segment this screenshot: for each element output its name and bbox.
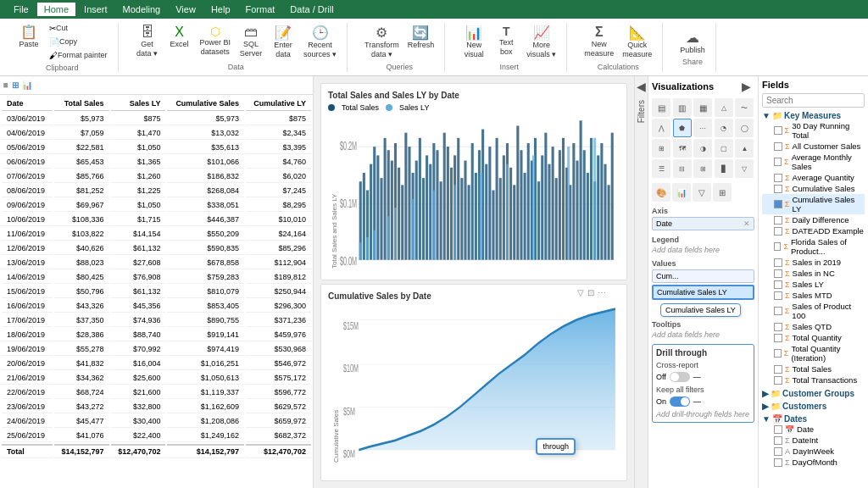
field-total-qty-iter[interactable]: Σ Total Quantity (Iteration) <box>762 343 865 363</box>
viz-icon-pie[interactable]: ◔ <box>715 119 733 137</box>
drill-add-label[interactable]: Add drill-through fields here <box>656 410 750 419</box>
cross-report-toggle[interactable] <box>670 372 690 382</box>
field-cumulative-sales-ly[interactable]: Σ Cumulative Sales LY <box>762 194 865 214</box>
viz-analytics-icon[interactable]: 📊 <box>672 183 691 202</box>
fields-search-input[interactable] <box>762 93 865 108</box>
viz-icon-stacked-bar[interactable]: ▥ <box>673 98 692 117</box>
values-field-1[interactable]: Cum... <box>652 269 754 283</box>
viz-icon-map[interactable]: 🗺 <box>673 139 692 158</box>
tab-home[interactable]: Home <box>37 3 75 16</box>
tab-data-drill[interactable]: Data / Drill <box>283 3 340 16</box>
viz-fields-icon[interactable]: ⊞ <box>713 183 732 202</box>
table-wrapper[interactable]: Date Total Sales Sales LY Cumulative Sal… <box>0 95 313 488</box>
more-visuals-button[interactable]: 📈 Morevisuals ▾ <box>523 23 559 61</box>
get-data-button[interactable]: 🗄 Getdata ▾ <box>132 23 163 61</box>
more-icon[interactable]: ⋯ <box>598 288 606 297</box>
ribbon-group-queries: ⚙ Transformdata ▾ 🔄 Refresh Queries <box>354 23 445 72</box>
field-checkbox <box>774 280 782 289</box>
field-dayofmonth[interactable]: Σ DayOfMonth <box>762 457 865 468</box>
tab-file[interactable]: File <box>7 3 36 16</box>
axis-remove-btn[interactable]: ✕ <box>743 219 750 228</box>
viz-icon-slicer[interactable]: ☰ <box>652 159 670 178</box>
chart1-container[interactable]: Total Sales and Sales LY by Date Total S… <box>320 83 627 280</box>
field-dayinweek[interactable]: A DayInWeek <box>762 446 865 457</box>
field-date[interactable]: 📅 Date <box>762 424 865 435</box>
table-row: 09/06/2019$69,967$1,050$338,051$8,295 <box>2 199 311 212</box>
viz-icon-matrix[interactable]: ⊞ <box>693 159 712 178</box>
viz-icon-donut[interactable]: ◯ <box>735 119 754 137</box>
viz-icon-bar[interactable]: ▤ <box>652 98 670 117</box>
publish-button[interactable]: ☁ Publish <box>676 28 709 57</box>
customer-groups-title[interactable]: ▶ 📁 Customer Groups <box>762 389 865 398</box>
viz-icon-line[interactable]: 〜 <box>735 98 754 117</box>
viz-paint-icon[interactable]: 🎨 <box>652 183 670 202</box>
cut-button[interactable]: ✂ Cut <box>46 22 111 35</box>
field-sales-nc[interactable]: Σ Sales in NC <box>762 268 865 279</box>
chart2-container[interactable]: ▽ ⊡ ⋯ Cumulative Sales by Date through C… <box>320 284 627 481</box>
svg-text:$10M: $10M <box>343 362 359 374</box>
viz-icon-scatter[interactable]: ⋯ <box>693 119 712 137</box>
keep-filters-toggle[interactable] <box>670 396 690 407</box>
field-florida[interactable]: Σ Florida Sales of Product... <box>762 236 865 257</box>
field-sales-product[interactable]: Σ Sales of Product 100 <box>762 301 865 321</box>
field-avg-qty[interactable]: Σ Average Quantity <box>762 172 865 183</box>
viz-expand-btn[interactable]: ▶ <box>738 80 754 93</box>
viz-icon-treemap[interactable]: ⊞ <box>652 139 670 158</box>
field-avg-monthly[interactable]: Σ Average Monthly Sales <box>762 152 865 172</box>
field-dateint[interactable]: Σ DateInt <box>762 435 865 446</box>
quick-measure-button[interactable]: 📐 Quickmeasure <box>619 23 655 61</box>
viz-icon-stacked100[interactable]: ▦ <box>693 98 712 117</box>
tab-insert[interactable]: Insert <box>77 3 114 16</box>
customers-title[interactable]: ▶ 📁 Customers <box>762 402 865 411</box>
new-visual-button[interactable]: 📊 Newvisual <box>459 23 489 61</box>
tab-format[interactable]: Format <box>239 3 282 16</box>
field-daily-diff[interactable]: Σ Daily Difference <box>762 214 865 225</box>
field-sales-mtd[interactable]: Σ Sales MTD <box>762 290 865 301</box>
paste-button[interactable]: 📋 Paste <box>14 22 44 62</box>
format-painter-button[interactable]: 🖌 Format painter <box>46 49 111 62</box>
values-field-2[interactable]: Cumulative Sales LY <box>652 285 754 300</box>
transform-data-button[interactable]: ⚙ Transformdata ▾ <box>361 23 403 61</box>
refresh-button[interactable]: 🔄 Refresh <box>404 23 438 61</box>
expand-icon[interactable]: ⊡ <box>587 288 594 297</box>
field-30-day-running[interactable]: Σ 30 Day Running Total <box>762 120 865 141</box>
recent-sources-button[interactable]: 🕒 Recentsources ▾ <box>300 23 340 61</box>
viz-icon-table[interactable]: ⊟ <box>673 159 692 178</box>
viz-icon-area[interactable]: △ <box>715 98 733 117</box>
viz-icon-line2[interactable]: ⋀ <box>652 119 670 137</box>
copy-button[interactable]: 📄 Copy <box>46 36 111 48</box>
field-sales-2019[interactable]: Σ Sales in 2019 <box>762 257 865 268</box>
viz-filter-icon[interactable]: ▽ <box>693 183 711 202</box>
powerbi-datasets-button[interactable]: ⬡ Power BIdatasets <box>197 23 235 61</box>
legend-sales-ly-dot <box>386 104 392 111</box>
key-measures-title[interactable]: ▼ 📁 Key Measures <box>762 111 865 120</box>
sql-server-button[interactable]: 🗃 SQLServer <box>236 23 266 61</box>
field-total-qty[interactable]: Σ Total Quantity <box>762 332 865 343</box>
viz-icon-kpi[interactable]: ▲ <box>735 139 754 158</box>
tooltips-add-label[interactable]: Add data fields here <box>652 330 754 339</box>
field-total-sales[interactable]: Σ Total Sales <box>762 363 865 374</box>
field-all-customer[interactable]: Σ All Customer Sales <box>762 141 865 152</box>
dates-title[interactable]: ▼ 📅 Dates <box>762 414 865 424</box>
text-box-button[interactable]: T Textbox <box>491 23 521 61</box>
field-sales-qtd[interactable]: Σ Sales QTD <box>762 321 865 332</box>
new-measure-button[interactable]: Σ Newmeasure <box>581 23 617 61</box>
viz-icon-waterfall[interactable]: ▊ <box>715 159 733 178</box>
viz-icon-area2[interactable]: ⬟ <box>673 119 692 137</box>
field-cumulative-sales[interactable]: Σ Cumulative Sales <box>762 183 865 194</box>
filter-icon[interactable]: ▽ <box>577 288 584 297</box>
field-total-transactions[interactable]: Σ Total Transactions <box>762 374 865 385</box>
tab-modeling[interactable]: Modeling <box>116 3 168 16</box>
field-sales-ly[interactable]: Σ Sales LY <box>762 279 865 290</box>
viz-icon-funnel[interactable]: ▽ <box>735 159 754 178</box>
axis-date-field[interactable]: Date ✕ <box>652 217 754 230</box>
field-dateadd[interactable]: Σ DATEADD Example <box>762 225 865 236</box>
viz-icon-card[interactable]: ▢ <box>715 139 733 158</box>
tab-view[interactable]: View <box>169 3 203 16</box>
tab-help[interactable]: Help <box>204 3 237 16</box>
excel-button[interactable]: X Excel <box>164 23 195 61</box>
legend-add-label[interactable]: Add data fields here <box>652 246 754 254</box>
enter-data-button[interactable]: 📝 Enterdata <box>268 23 298 61</box>
svg-rect-81 <box>611 133 614 260</box>
viz-icon-gauge[interactable]: ◑ <box>693 139 712 158</box>
